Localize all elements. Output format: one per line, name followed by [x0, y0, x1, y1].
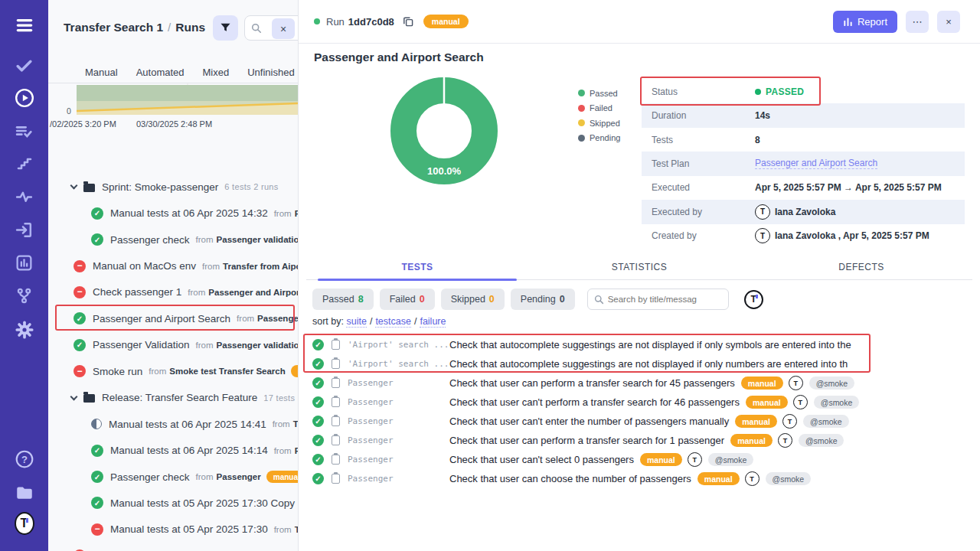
tab-defects[interactable]: DEFECTS: [750, 259, 972, 279]
legend-item: Passed: [578, 86, 620, 101]
runs-search-close-button[interactable]: ×: [272, 18, 295, 39]
test-plan-link[interactable]: Passenger and Airport Search: [755, 158, 877, 169]
run-tree-item[interactable]: Check passenger 1 from Passenger and Air…: [48, 279, 298, 305]
sort-controls: sort by: suite/testcase/failure: [312, 316, 446, 327]
sort-by-testcase[interactable]: testcase: [375, 316, 411, 328]
sort-by-suite[interactable]: suite: [346, 316, 366, 328]
status-icon: [91, 233, 103, 246]
run-tree-item[interactable]: Passenger check from Passenger manual 6: [48, 464, 298, 490]
run-tree-item[interactable]: Manual on MacOs env from Transfer from A…: [48, 253, 298, 279]
test-passed-icon: [312, 416, 324, 427]
pulse-icon[interactable]: [15, 187, 34, 207]
import-icon[interactable]: [15, 220, 34, 240]
run-tree-item[interactable]: Sprint: Smoke-passenger 6 tests 2 runs: [48, 174, 298, 200]
report-button[interactable]: Report: [833, 11, 897, 33]
tree-item-from-name: Passenger and Airport Searc: [208, 288, 298, 297]
runs-tab[interactable]: Automated: [136, 67, 185, 78]
tree-item-label: Manual tests at 05 Apr 2025 17:30 Copy: [110, 497, 295, 509]
runs-panel-header: Transfer Search 1/Runs ×: [48, 14, 298, 41]
filter-pill[interactable]: Pending 0: [511, 289, 575, 310]
filter-pill[interactable]: Failed 0: [380, 289, 435, 310]
chart-y-tick: 0: [67, 106, 71, 116]
breadcrumb-page: Runs: [175, 21, 205, 34]
runs-play-icon[interactable]: [15, 88, 34, 108]
run-tree-item[interactable]: Passenger Validation from Passenger vali…: [48, 332, 298, 358]
settings-gear-icon[interactable]: [15, 320, 34, 340]
run-tree-item[interactable]: Passenger check from Passenger validatio…: [48, 227, 298, 253]
test-title: Check that user can't enter the number o…: [449, 416, 729, 427]
runs-tab[interactable]: Mixed: [203, 67, 230, 78]
menu-icon[interactable]: [15, 15, 34, 35]
help-icon[interactable]: ?: [15, 449, 34, 469]
assignee-avatar: T: [789, 376, 803, 390]
breadcrumb-project[interactable]: Transfer Search 1: [64, 21, 163, 34]
info-row: Duration 14s: [642, 103, 965, 127]
chevron-down-icon[interactable]: [70, 393, 78, 400]
run-id: 1dd7c0d8: [348, 16, 394, 28]
more-button[interactable]: ⋯: [906, 11, 929, 33]
results-list-icon[interactable]: [15, 121, 34, 141]
sort-by-failure[interactable]: failure: [420, 316, 446, 328]
info-value-text: Iana Zavoloka: [775, 207, 835, 217]
run-tree-item[interactable]: Manual tests at 06 Mar 2025 14:40 from: [48, 543, 298, 551]
run-tree-item[interactable]: Manual tests at 06 Apr 2025 14:14 from P…: [48, 437, 298, 463]
copy-run-id-button[interactable]: [402, 15, 414, 28]
test-row[interactable]: Passenger Check that user can't perform …: [299, 393, 980, 412]
filter-pill[interactable]: Passed 8: [312, 289, 374, 310]
result-filters: Passed 8 Failed 0 Skipped 0 Pending: [312, 289, 763, 310]
run-label: Run: [326, 16, 345, 28]
status-icon: [83, 394, 95, 403]
run-tree-item[interactable]: Release: Transfer Search Feature 17 test…: [48, 385, 298, 411]
assignee-avatar: T: [778, 433, 792, 448]
test-row[interactable]: 'Airport' search ... Check that autocomp…: [299, 354, 980, 373]
test-row[interactable]: Passenger Check that user can perform a …: [299, 431, 980, 450]
filter-pill[interactable]: Skipped 0: [441, 289, 505, 310]
run-tree-item[interactable]: Passenger and Airport Search from Passen…: [48, 305, 298, 331]
run-tree-item[interactable]: Manual tests at 06 Apr 2025 14:32 from P…: [48, 200, 298, 226]
test-row[interactable]: Passenger Check that user can't enter th…: [299, 412, 980, 431]
breadcrumb-separator: /: [163, 21, 175, 34]
filter-button[interactable]: [213, 15, 238, 41]
projects-folder-icon[interactable]: [15, 482, 34, 502]
tree-item-label: Manual tests at 06 Apr 2025 14:14: [110, 445, 268, 456]
close-run-button[interactable]: ×: [937, 11, 960, 33]
tests-search-input[interactable]: [608, 295, 715, 304]
testomat-logo[interactable]: T: [15, 514, 34, 533]
test-row[interactable]: Passenger Check that user can't select 0…: [299, 450, 980, 469]
tests-check-icon[interactable]: [15, 55, 34, 75]
tree-item-label: Manual tests at 05 Apr 2025 17:30: [110, 523, 268, 535]
runs-tab[interactable]: Unfinished: [247, 67, 294, 78]
runs-tab[interactable]: Manual: [85, 67, 118, 78]
legend-dot: [578, 135, 585, 142]
tree-item-from-prefix: from: [274, 525, 292, 534]
test-row[interactable]: Passenger Check that user can choose the…: [299, 469, 980, 488]
copy-icon: [402, 15, 414, 28]
assignee-filter-avatar[interactable]: T: [744, 290, 763, 309]
test-row[interactable]: Passenger Check that user can perform a …: [299, 373, 980, 393]
runs-trend-chart[interactable]: [48, 83, 299, 117]
chevron-down-icon[interactable]: [70, 182, 78, 190]
info-label: Executed by: [652, 207, 755, 217]
run-tree-item[interactable]: Smoke run from Smoke test Transfer Searc…: [48, 358, 298, 384]
legend-label: Skipped: [590, 119, 620, 128]
info-value: Passenger and Airport Search: [755, 158, 877, 169]
tab-tests[interactable]: TESTS: [306, 259, 528, 279]
testcase-clipboard-icon: [332, 359, 340, 369]
tab-statistics[interactable]: STATISTICS: [528, 259, 750, 279]
tree-item-from-name: Tran: [293, 419, 298, 429]
tests-search-box[interactable]: [587, 289, 729, 310]
manual-badge: manual: [730, 434, 773, 447]
legend-item: Failed: [578, 101, 620, 116]
assignee-avatar: T: [782, 414, 797, 429]
analytics-icon[interactable]: [15, 253, 34, 272]
tree-item-label: Passenger check: [110, 471, 190, 483]
run-tree-item[interactable]: Manual tests at 05 Apr 2025 17:30 Copy f…: [48, 490, 298, 516]
run-tree-item[interactable]: Manual tests at 06 Apr 2025 14:41 from T…: [48, 411, 298, 437]
test-row[interactable]: 'Airport' search ... Check that autocomp…: [299, 335, 980, 354]
run-tree-item[interactable]: Manual tests at 05 Apr 2025 17:30 from T…: [48, 517, 298, 543]
status-icon: [83, 184, 95, 192]
tree-item-label: Passenger check: [110, 234, 190, 246]
steps-icon[interactable]: [15, 154, 34, 174]
info-row: Executed Apr 5, 2025 5:57 PM → Apr 5, 20…: [642, 176, 965, 200]
branches-icon[interactable]: [15, 285, 34, 305]
